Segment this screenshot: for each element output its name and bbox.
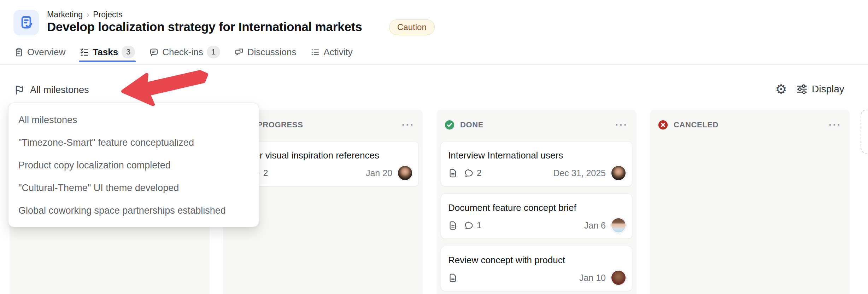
dropdown-item-all-milestones[interactable]: All milestones bbox=[8, 109, 259, 131]
column-label: CANCELED bbox=[674, 120, 719, 129]
sliders-icon bbox=[796, 83, 808, 95]
display-button-label: Display bbox=[812, 83, 844, 95]
canceled-x-icon bbox=[658, 120, 668, 130]
due-date: Jan 20 bbox=[366, 168, 392, 178]
board-column-done: DONE ··· Interview International users bbox=[436, 110, 637, 294]
gear-icon: ⚙ bbox=[775, 82, 787, 97]
description-icon bbox=[448, 273, 458, 283]
tab-count-badge: 1 bbox=[207, 46, 220, 58]
due-date: Jan 6 bbox=[584, 220, 606, 231]
card-meta: Jan 10 bbox=[448, 270, 626, 286]
card-title: Interview International users bbox=[441, 142, 632, 161]
add-column-placeholder[interactable] bbox=[861, 110, 868, 154]
status-badge-caution[interactable]: Caution bbox=[389, 19, 435, 35]
task-card[interactable]: Interview International users bbox=[441, 141, 632, 186]
tab-label: Overview bbox=[27, 47, 65, 58]
column-label: DONE bbox=[460, 120, 483, 129]
column-menu-button[interactable]: ··· bbox=[615, 121, 628, 128]
comments-indicator: 1 bbox=[464, 220, 481, 230]
column-header: DONE ··· bbox=[444, 119, 628, 131]
assignee-avatar bbox=[611, 165, 626, 181]
activity-list-icon bbox=[310, 47, 320, 57]
breadcrumb: Marketing › Projects bbox=[47, 10, 122, 19]
display-button[interactable]: Display bbox=[796, 82, 844, 96]
task-card[interactable]: Document feature concept brief bbox=[441, 194, 632, 239]
task-card[interactable]: Review concept with product Jan 10 bbox=[441, 246, 632, 291]
tab-count-badge: 3 bbox=[122, 46, 135, 58]
project-board-page: Marketing › Projects Develop localizatio… bbox=[0, 0, 868, 294]
comment-count: 2 bbox=[477, 168, 481, 178]
due-date: Jan 10 bbox=[579, 273, 606, 283]
checklist-icon bbox=[80, 47, 89, 57]
tab-bar-divider bbox=[0, 64, 868, 65]
dropdown-item-cultural-theme[interactable]: "Cultural-Theme" UI theme developed bbox=[8, 177, 259, 199]
tab-label: Tasks bbox=[93, 47, 118, 58]
breadcrumb-item-projects[interactable]: Projects bbox=[93, 10, 122, 19]
tab-activity[interactable]: Activity bbox=[310, 47, 352, 58]
settings-gear-button[interactable]: ⚙ bbox=[773, 81, 789, 97]
dropdown-item-product-copy[interactable]: Product copy localization completed bbox=[8, 154, 259, 177]
milestone-filter-button[interactable]: All milestones bbox=[14, 83, 89, 97]
tab-discussions[interactable]: Discussions bbox=[234, 47, 297, 58]
board-column-canceled: CANCELED ··· bbox=[650, 110, 850, 294]
card-meta: 1 Jan 6 bbox=[448, 218, 626, 233]
column-menu-button[interactable]: ··· bbox=[402, 121, 415, 128]
done-check-icon bbox=[444, 120, 455, 130]
card-title: Document feature concept brief bbox=[441, 194, 632, 213]
description-icon bbox=[448, 221, 458, 230]
assignee-avatar bbox=[397, 165, 413, 181]
flag-icon bbox=[14, 85, 25, 95]
comment-icon bbox=[464, 221, 474, 230]
milestone-dropdown-menu: All milestones "Timezone-Smart" feature … bbox=[8, 103, 259, 227]
due-date: Dec 31, 2025 bbox=[553, 168, 606, 178]
dropdown-item-timezone-smart[interactable]: "Timezone-Smart" feature conceptualized bbox=[8, 131, 259, 154]
clipboard-icon bbox=[14, 47, 24, 57]
assignee-avatar bbox=[611, 218, 626, 233]
comments-indicator: 2 bbox=[464, 168, 481, 178]
breadcrumb-separator: › bbox=[87, 10, 89, 19]
speech-bubble-icon bbox=[149, 47, 159, 57]
tab-label: Activity bbox=[323, 47, 352, 58]
breadcrumb-item-marketing[interactable]: Marketing bbox=[47, 10, 83, 19]
milestone-filter-label: All milestones bbox=[30, 85, 89, 96]
tab-bar: Overview Tasks 3 Check-ins 1 bbox=[14, 44, 353, 60]
page-title: Develop localization strategy for Intern… bbox=[47, 20, 362, 34]
tab-overview[interactable]: Overview bbox=[14, 47, 65, 58]
tab-label: Check-ins bbox=[162, 47, 203, 58]
comment-count: 1 bbox=[477, 220, 481, 230]
description-icon bbox=[448, 168, 458, 178]
project-icon bbox=[13, 10, 39, 35]
dropdown-item-global-coworking[interactable]: Global coworking space partnerships esta… bbox=[8, 199, 259, 222]
assignee-avatar bbox=[611, 270, 626, 286]
column-header: CANCELED ··· bbox=[658, 119, 841, 131]
column-menu-button[interactable]: ··· bbox=[829, 121, 841, 128]
tab-check-ins[interactable]: Check-ins 1 bbox=[149, 46, 220, 58]
comment-icon bbox=[464, 168, 474, 178]
card-title: Review concept with product bbox=[441, 246, 632, 266]
chat-quote-icon bbox=[234, 47, 244, 57]
document-check-icon bbox=[18, 15, 34, 30]
tab-tasks[interactable]: Tasks 3 bbox=[80, 46, 135, 58]
card-meta: 2 Dec 31, 2025 bbox=[448, 165, 626, 181]
comment-count: 2 bbox=[263, 168, 268, 178]
tab-label: Discussions bbox=[247, 47, 297, 58]
card-meta: 2 Jan 20 bbox=[235, 165, 413, 181]
